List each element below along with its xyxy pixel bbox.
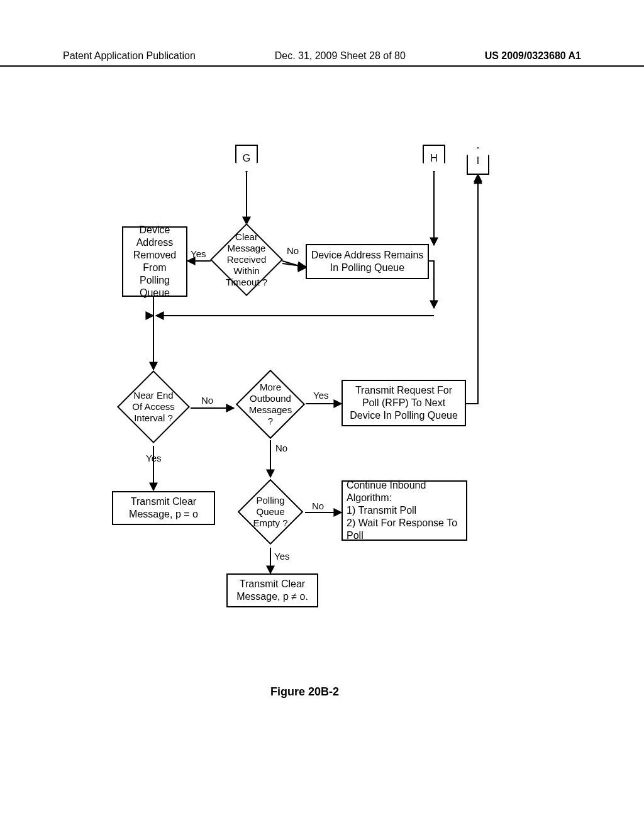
label-no-4: No — [312, 501, 324, 511]
decision-near-end-text: Near End Of Access Interval ? — [129, 390, 178, 424]
process-continue-inbound-text: Continue Inbound Algorithm: 1) Transmit … — [347, 479, 462, 542]
figure-caption: Figure 20B-2 — [270, 685, 339, 699]
flow-arrows — [0, 0, 644, 830]
flowchart: G H I Device Address Removed From Pollin… — [0, 0, 644, 830]
label-no-3: No — [275, 443, 287, 453]
connector-h-label: H — [430, 153, 438, 164]
label-no-2: No — [201, 395, 213, 406]
process-addr-removed-text: Device Address Removed From Polling Queu… — [127, 224, 182, 299]
process-addr-remains: Device Address Remains In Polling Queue — [306, 244, 429, 279]
process-tx-clear-pnz-text: Transmit Clear Message, p ≠ o. — [231, 578, 313, 603]
process-addr-remains-text: Device Address Remains In Polling Queue — [311, 249, 424, 274]
label-yes-3: Yes — [313, 390, 328, 401]
process-tx-rfp-text: Transmit Request For Poll (RFP) To Next … — [347, 384, 461, 422]
process-tx-clear-p0-text: Transmit Clear Message, p = o — [117, 495, 210, 521]
process-tx-clear-pnz: Transmit Clear Message, p ≠ o. — [226, 573, 318, 607]
decision-more-outbound-text: More Outbound Messages ? — [247, 382, 294, 427]
label-yes-1: Yes — [191, 248, 206, 259]
label-yes-4: Yes — [274, 551, 289, 562]
decision-clear-msg-text: Clear Message Received Within Timeout ? — [222, 231, 271, 288]
connector-g-label: G — [243, 153, 250, 164]
process-continue-inbound: Continue Inbound Algorithm: 1) Transmit … — [341, 480, 467, 541]
decision-polling-empty-text: Polling Queue Empty ? — [248, 495, 292, 529]
connector-i-label: I — [477, 155, 479, 167]
process-tx-clear-p0: Transmit Clear Message, p = o — [112, 491, 215, 525]
process-tx-rfp: Transmit Request For Poll (RFP) To Next … — [341, 380, 466, 426]
label-no-1: No — [287, 245, 299, 256]
process-addr-removed: Device Address Removed From Polling Queu… — [122, 226, 187, 297]
label-yes-2: Yes — [146, 453, 161, 463]
